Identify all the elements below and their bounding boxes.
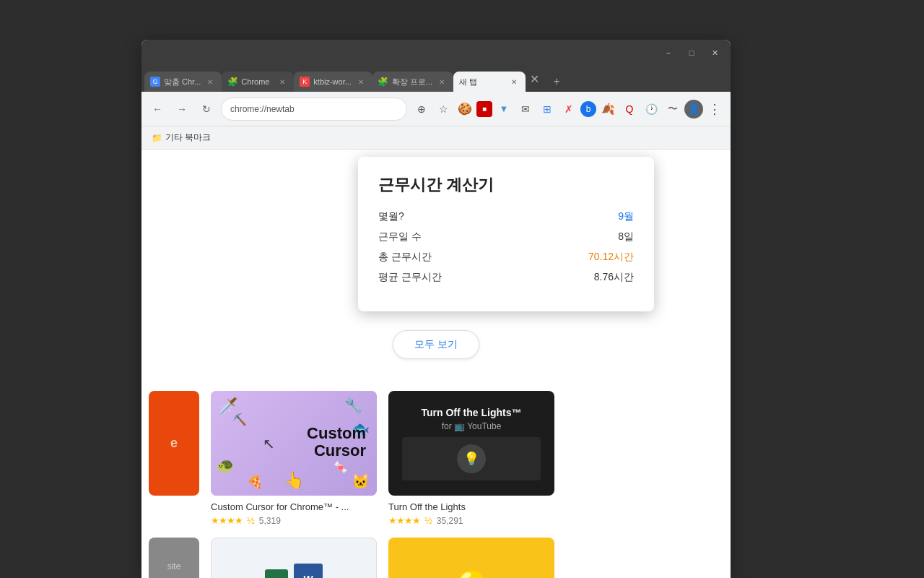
custom-cursor-meta: ★★★★ ½ 5,319 — [211, 515, 377, 526]
office-card-image: X W A Word Document — [211, 538, 377, 578]
tab-2-label: Chrome — [241, 77, 273, 86]
popup-row-days: 근무일 수 8일 — [378, 230, 634, 243]
ext-icon-circle[interactable]: b — [580, 101, 596, 117]
bulb-card[interactable]: 💡 — [388, 538, 554, 578]
cursor-card-content: 🗡️ 🔧 ⛏️ 🐢 🍕 🐟 🐱 🍬 ↖ CustomCursor 👆 — [211, 391, 377, 496]
custom-cursor-reviews: 5,319 — [259, 516, 281, 526]
bulb-card-image: 💡 — [388, 538, 554, 578]
lights-stars: ★★★★ — [388, 515, 420, 526]
popup-value-month: 9월 — [618, 210, 634, 223]
tab-4[interactable]: 🧩 확장 프로... ✕ — [372, 72, 453, 92]
popup-label-days: 근무일 수 — [378, 230, 422, 243]
tab-2-close[interactable]: ✕ — [276, 76, 288, 87]
lights-reviews: 35,291 — [437, 516, 463, 526]
popup-value-avg: 8.76시간 — [594, 271, 634, 284]
office-card[interactable]: X W A Word Document — [211, 538, 377, 578]
ext-icon-leaf[interactable]: 🍂 — [598, 99, 618, 119]
tab-5-close[interactable]: ✕ — [508, 76, 520, 87]
maximize-button[interactable]: □ — [681, 46, 702, 60]
ext-icon-wave[interactable]: 〜 — [663, 99, 683, 119]
popup-value-total: 70.12시간 — [588, 251, 634, 264]
close-button[interactable]: ✕ — [705, 46, 725, 60]
bookmarks-folder[interactable]: 📁 기타 북마크 — [147, 130, 215, 145]
title-bar: − □ ✕ — [141, 40, 731, 66]
custom-cursor-stars: ★★★★ — [211, 515, 243, 526]
lights-meta: ★★★★ ½ 35,291 — [388, 515, 554, 526]
popup-label-avg: 평균 근무시간 — [378, 271, 442, 284]
ext-icon-red[interactable]: ■ — [476, 101, 492, 117]
tab-3[interactable]: K ktbiz-wor... ✕ — [294, 72, 372, 92]
tab-3-close[interactable]: ✕ — [355, 76, 367, 87]
ext-icon-clock[interactable]: 🕐 — [641, 99, 661, 119]
tab-3-icon: K — [300, 77, 310, 87]
forward-button[interactable]: → — [172, 99, 192, 119]
partial-gray-card[interactable]: site — [149, 538, 199, 578]
tab-1-icon: G — [150, 77, 160, 87]
popup-row-month: 몇월? 9월 — [378, 210, 634, 223]
address-bar: ← → ↻ chrome://newtab ⊕ ☆ 🍪 ■ ▼ ✉ ⊞ ✗ b … — [141, 92, 731, 126]
extension-cards-row-2: site X W A Word Document 💡 — [141, 538, 731, 578]
popup-value-days: 8일 — [618, 230, 634, 243]
lights-card-image: Turn Off the Lights™ for 📺 YouTube 💡 — [388, 391, 554, 496]
popup-label-total: 총 근무시간 — [378, 251, 432, 264]
popup-card: 근무시간 계산기 몇월? 9월 근무일 수 8일 총 근무시간 70.12시간 … — [358, 157, 654, 311]
tab-2[interactable]: 🧩 Chrome ✕ — [222, 72, 294, 92]
tab-4-close[interactable]: ✕ — [436, 76, 448, 87]
zoom-icon[interactable]: ⊕ — [411, 99, 432, 119]
bookmarks-folder-label: 기타 북마크 — [165, 131, 211, 144]
lights-card-content: Turn Off the Lights™ for 📺 YouTube 💡 — [388, 391, 554, 496]
popup-label-month: 몇월? — [378, 210, 404, 223]
lights-title: Turn Off the Lights™ — [422, 407, 522, 418]
browser-window: − □ ✕ G 맞춤 Chr... ✕ 🧩 Chrome ✕ K ktbiz-w… — [141, 40, 731, 578]
tab-3-label: ktbiz-wor... — [313, 77, 352, 86]
more-icon[interactable]: ⋮ — [705, 99, 725, 119]
partial-orange-card[interactable]: e — [149, 391, 199, 526]
address-field[interactable]: chrome://newtab — [221, 98, 407, 121]
bookmarks-bar: 📁 기타 북마크 — [141, 126, 731, 150]
avatar-icon[interactable]: 👤 — [684, 100, 703, 118]
lights-subtitle: for 📺 YouTube — [442, 421, 502, 431]
tab-1[interactable]: G 맞춤 Chr... ✕ — [144, 72, 222, 92]
address-text: chrome://newtab — [230, 104, 295, 114]
lights-half-star: ½ — [424, 515, 432, 526]
turn-off-lights-card[interactable]: Turn Off the Lights™ for 📺 YouTube 💡 Tur… — [388, 391, 554, 526]
popup-title: 근무시간 계산기 — [378, 174, 634, 196]
cookie-icon[interactable]: 🍪 — [455, 99, 475, 119]
ext-icon-grid[interactable]: ⊞ — [537, 99, 557, 119]
window-controls: − □ ✕ — [658, 46, 725, 60]
tab-4-icon: 🧩 — [378, 77, 388, 87]
ext-icon-v[interactable]: ▼ — [494, 99, 514, 119]
folder-icon: 📁 — [152, 133, 162, 143]
reload-button[interactable]: ↻ — [196, 99, 217, 119]
custom-cursor-half-star: ½ — [247, 515, 255, 526]
lights-title-card: Turn Off the Lights — [388, 501, 554, 512]
popup-row-total: 총 근무시간 70.12시간 — [378, 251, 634, 264]
new-tab-button[interactable]: + — [546, 72, 567, 92]
extension-cards-row-1: e 🗡️ 🔧 ⛏️ 🐢 🍕 🐟 🐱 🍬 — [141, 391, 731, 526]
view-all-button[interactable]: 모두 보기 — [393, 330, 479, 359]
custom-cursor-card[interactable]: 🗡️ 🔧 ⛏️ 🐢 🍕 🐟 🐱 🍬 ↖ CustomCursor 👆 — [211, 391, 377, 526]
tab-2-icon: 🧩 — [227, 77, 237, 87]
extra-close[interactable]: ✕ — [526, 69, 544, 89]
back-button[interactable]: ← — [147, 99, 167, 119]
ext-icon-x[interactable]: ✗ — [559, 99, 579, 119]
popup-row-avg: 평균 근무시간 8.76시간 — [378, 271, 634, 284]
extension-icons: ⊕ ☆ 🍪 ■ ▼ ✉ ⊞ ✗ b 🍂 Q 🕐 〜 👤 ⋮ — [411, 99, 725, 119]
ext-icon-mail[interactable]: ✉ — [515, 99, 536, 119]
tab-4-label: 확장 프로... — [392, 77, 432, 87]
tab-5[interactable]: 새 탭 ✕ — [453, 72, 526, 92]
content-area: 근무시간 계산기 몇월? 9월 근무일 수 8일 총 근무시간 70.12시간 … — [141, 150, 731, 578]
custom-cursor-image: 🗡️ 🔧 ⛏️ 🐢 🍕 🐟 🐱 🍬 ↖ CustomCursor 👆 — [211, 391, 377, 496]
ext-icon-q[interactable]: Q — [619, 99, 640, 119]
orange-card-image: e — [149, 391, 199, 496]
bookmark-icon[interactable]: ☆ — [433, 99, 453, 119]
tabs-bar: G 맞춤 Chr... ✕ 🧩 Chrome ✕ K ktbiz-wor... … — [141, 66, 731, 92]
custom-cursor-title: Custom Cursor for Chrome™ - ... — [211, 501, 377, 512]
minimize-button[interactable]: − — [658, 46, 679, 60]
gray-card-image: site — [149, 538, 199, 578]
tab-1-close[interactable]: ✕ — [204, 76, 216, 87]
tab-1-label: 맞춤 Chr... — [164, 77, 201, 87]
tab-5-label: 새 탭 — [459, 77, 505, 87]
